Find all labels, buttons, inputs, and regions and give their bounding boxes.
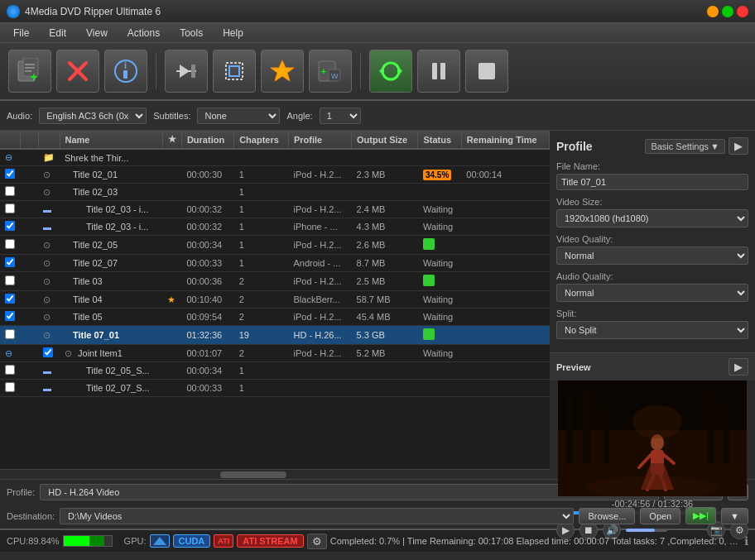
table-row[interactable]: ▬ Title 02_03 - i... 00:00:32 1 iPhone -…: [0, 218, 550, 236]
volume-fill: [626, 529, 655, 532]
toolbar-separator-1: [156, 53, 156, 89]
angle-label: Angle:: [286, 111, 312, 121]
svg-rect-22: [478, 63, 495, 79]
menu-edit[interactable]: Edit: [39, 26, 76, 41]
audio-quality-select[interactable]: Normal: [556, 284, 748, 302]
file-name-input[interactable]: [556, 174, 748, 190]
row-checkbox[interactable]: [5, 275, 15, 285]
svg-marker-13: [271, 60, 294, 81]
table-row[interactable]: ⊙ Title 03 00:00:36 2 iPod - H.2... 2.5 …: [0, 272, 550, 291]
table-row[interactable]: ▬ Title 02_07_S... 00:00:33 1: [0, 380, 550, 397]
stream-badge[interactable]: ATI STREAM: [237, 534, 303, 548]
row-checkbox[interactable]: [43, 347, 53, 357]
destination-dropdown[interactable]: D:\My Videos: [60, 508, 574, 524]
row-checkbox[interactable]: [5, 257, 15, 267]
controls-row: Audio: English AC3 6ch (0x80) Subtitles:…: [0, 101, 755, 131]
col-expand: [20, 131, 38, 149]
delete-button[interactable]: [56, 50, 99, 93]
table-row[interactable]: ⊖ ⊙ Joint Item1 00:01:07 2 iPod - H.2...…: [0, 345, 550, 362]
col-name[interactable]: Name: [60, 131, 162, 149]
preview-nav-arrow[interactable]: ▶: [729, 358, 748, 376]
row-checkbox[interactable]: [5, 203, 15, 213]
dest-row: Destination: D:\My Videos Browse... Open…: [7, 507, 748, 524]
menu-actions[interactable]: Actions: [118, 26, 170, 41]
menu-view[interactable]: View: [76, 26, 118, 41]
volume-slider[interactable]: [626, 529, 667, 532]
row-checkbox[interactable]: [5, 186, 15, 196]
close-button[interactable]: [737, 6, 748, 17]
col-status[interactable]: Status: [418, 131, 461, 149]
col-profile[interactable]: Profile: [288, 131, 351, 149]
info-button[interactable]: i: [104, 50, 147, 93]
maximize-button[interactable]: [722, 6, 733, 17]
menu-help[interactable]: Help: [213, 26, 253, 41]
browse-button[interactable]: Browse...: [579, 508, 635, 524]
add-file-button[interactable]: +: [8, 50, 51, 93]
convert-options-button[interactable]: ▼: [721, 508, 748, 524]
convert-button[interactable]: [369, 50, 412, 93]
profile-nav-arrow[interactable]: ▶: [729, 137, 748, 155]
split-select[interactable]: No Split: [556, 321, 748, 339]
table-row[interactable]: ▬ Title 02_03 - i... 00:00:32 1 iPod - H…: [0, 201, 550, 218]
scrollbar-horizontal[interactable]: [0, 469, 550, 479]
row-checkbox[interactable]: [5, 311, 15, 321]
watermark-button[interactable]: +W: [309, 50, 352, 93]
table-row[interactable]: ⊙ Title 04 ★ 00:10:40 2 BlackBerr... 58.…: [0, 291, 550, 309]
row-checkbox[interactable]: [5, 169, 15, 179]
scrollbar-thumb[interactable]: [220, 471, 286, 478]
convert-start-button[interactable]: ▶▶|: [685, 507, 716, 524]
col-chapters[interactable]: Chapters: [234, 131, 289, 149]
crop-button[interactable]: [213, 50, 256, 93]
effect-button[interactable]: [261, 50, 304, 93]
row-checkbox[interactable]: [5, 294, 15, 304]
right-panel: Profile Basic Settings ▼ ▶ File Name: Vi…: [550, 131, 755, 479]
gpu-settings-button[interactable]: ⚙: [307, 534, 327, 549]
menu-tools[interactable]: Tools: [170, 26, 213, 41]
col-duration[interactable]: Duration: [181, 131, 233, 149]
svg-rect-27: [604, 405, 609, 463]
table-row[interactable]: ▬ Title 02_05_S... 00:00:34 1: [0, 362, 550, 380]
pause-button[interactable]: [417, 50, 460, 93]
table-row[interactable]: ⊙ Title 07_01 01:32:36 19 HD - H.26... 5…: [0, 326, 550, 345]
cpu-bar1: [64, 536, 90, 546]
row-checkbox[interactable]: [5, 221, 15, 231]
row-checkbox[interactable]: [5, 329, 15, 339]
svg-rect-21: [440, 63, 445, 79]
cuda-badge[interactable]: CUDA: [173, 534, 211, 548]
toolbar-separator-2: [360, 53, 361, 89]
table-row[interactable]: ⊙ Title 02_01 00:00:30 1 iPod - H.2... 2…: [0, 166, 550, 184]
row-checkbox[interactable]: [5, 382, 15, 392]
audio-select[interactable]: English AC3 6ch (0x80): [39, 108, 147, 124]
angle-select[interactable]: 1: [320, 108, 361, 124]
table-row[interactable]: ⊙ Title 02_07 00:00:33 1 Android - ... 8…: [0, 255, 550, 272]
svg-marker-9: [180, 65, 190, 78]
col-remaining[interactable]: Remaining Time: [461, 131, 549, 149]
profile-title: Profile: [556, 140, 593, 153]
stop-button[interactable]: [465, 50, 508, 93]
table-row[interactable]: ⊙ Title 05 00:09:54 2 iPod - H.2... 45.4…: [0, 309, 550, 326]
trim-button[interactable]: [165, 50, 208, 93]
subtitles-select[interactable]: None: [197, 108, 280, 124]
svg-rect-26: [583, 389, 591, 463]
row-checkbox[interactable]: [5, 239, 15, 249]
gpu-label: GPU:: [124, 536, 147, 546]
col-size[interactable]: Output Size: [352, 131, 418, 149]
table-row[interactable]: ⊙ Title 02_05 00:00:34 1 iPod - H.2... 2…: [0, 236, 550, 255]
open-button[interactable]: Open: [640, 508, 680, 524]
basic-settings-button[interactable]: Basic Settings ▼: [645, 139, 725, 154]
svg-text:W: W: [331, 72, 339, 80]
file-list-scroll[interactable]: Name ★ Duration Chapters Profile Output …: [0, 131, 550, 469]
minimize-button[interactable]: [707, 6, 719, 17]
menu-file[interactable]: File: [3, 26, 39, 41]
status-info-icon[interactable]: ℹ: [744, 534, 748, 548]
col-check: [0, 131, 20, 149]
app-title: 4Media DVD Ripper Ultimate 6: [7, 5, 161, 18]
video-quality-select[interactable]: Normal: [556, 246, 748, 265]
video-size-row: Video Size: 1920x1080 (hd1080): [556, 197, 748, 227]
table-row[interactable]: ⊙ Title 02_03 1: [0, 184, 550, 201]
video-size-select[interactable]: 1920x1080 (hd1080): [556, 209, 748, 227]
row-checkbox[interactable]: [5, 365, 15, 375]
nvidia-icon: [150, 534, 170, 548]
table-row[interactable]: ⊖ 📁 Shrek the Thir...: [0, 149, 550, 166]
file-name-label: File Name:: [556, 161, 748, 171]
